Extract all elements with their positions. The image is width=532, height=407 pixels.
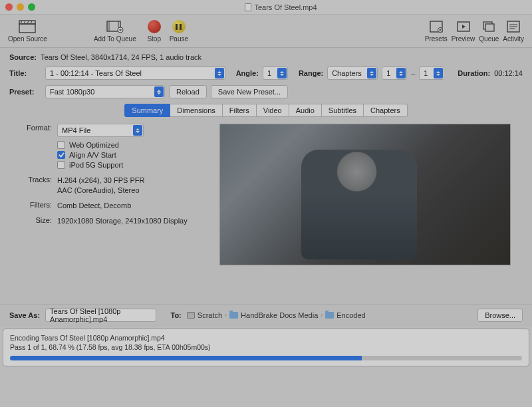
title-select[interactable]: 1 - 00:12:14 - Tears Of Steel [45, 67, 225, 80]
range-dash: – [411, 69, 415, 77]
duration-value: 00:12:14 [494, 69, 523, 77]
source-value: Tears Of Steel, 3840x1714, 24 FPS, 1 aud… [41, 53, 201, 61]
drive-icon [187, 312, 195, 319]
save-as-input[interactable]: Tears Of Steel [1080p Anamorphic].mp4 [45, 309, 156, 322]
web-optimized-label: Web Optimized [69, 141, 119, 149]
progress-fill [10, 356, 362, 360]
tracks-value: H.264 (x264), 30 FPS PFR AAC (CoreAudio)… [57, 176, 207, 196]
save-as-row: Save As: Tears Of Steel [1080p Anamorphi… [0, 304, 532, 327]
window-title: Tears Of Steel.mp4 [35, 3, 527, 11]
ipod-label: iPod 5G Support [69, 161, 123, 169]
preview-image [301, 150, 417, 259]
status-panel: Encoding Tears Of Steel [1080p Anamorphi… [3, 329, 529, 366]
range-to-select[interactable]: 1 [419, 67, 444, 80]
align-av-label: Align A/V Start [69, 151, 116, 159]
tab-subtitles[interactable]: Subtitles [322, 104, 364, 117]
format-select[interactable]: MP4 File [57, 124, 144, 137]
stop-label: Stop [147, 35, 161, 43]
checkbox-icon [57, 141, 65, 149]
tab-dimensions[interactable]: Dimensions [170, 104, 222, 117]
folder-icon [229, 312, 238, 319]
range-type-value: Chapters [332, 69, 362, 77]
angle-select[interactable]: 1 [263, 67, 288, 80]
tracks-label: Tracks: [21, 176, 52, 196]
clapperboard-icon [19, 19, 36, 34]
add-to-queue-label: Add To Queue [94, 35, 136, 43]
range-to-value: 1 [424, 69, 428, 77]
video-preview[interactable] [219, 124, 511, 265]
window-titlebar: Tears Of Steel.mp4 [0, 0, 532, 15]
presets-button[interactable]: Presets [425, 19, 448, 43]
checkbox-icon [57, 161, 65, 169]
chevron-right-icon: › [321, 312, 323, 319]
preview-label: Preview [452, 35, 475, 43]
status-line-1: Encoding Tears Of Steel [1080p Anamorphi… [10, 333, 522, 342]
size-value: 1920x1080 Storage, 2419x1080 Display [57, 216, 207, 226]
angle-value: 1 [267, 69, 271, 77]
breadcrumb-0: Scratch [198, 311, 222, 319]
tab-bar: Summary Dimensions Filters Video Audio S… [9, 104, 523, 117]
preset-row: Preset: Fast 1080p30 Reload Save New Pre… [9, 85, 523, 98]
tab-chapters[interactable]: Chapters [364, 104, 408, 117]
stop-icon [146, 19, 163, 34]
activity-button[interactable]: Activity [503, 19, 524, 43]
svg-line-5 [31, 21, 32, 24]
pause-label: Pause [170, 35, 188, 43]
preset-select[interactable]: Fast 1080p30 [45, 85, 165, 98]
chevron-right-icon: › [225, 312, 227, 319]
breadcrumb-1: HandBrake Docs Media [241, 311, 318, 319]
open-source-button[interactable]: Open Source [8, 19, 47, 43]
window-controls [5, 3, 35, 11]
align-av-checkbox[interactable]: Align A/V Start [57, 151, 207, 159]
reload-label: Reload [176, 88, 200, 96]
save-new-preset-button[interactable]: Save New Preset... [211, 85, 288, 98]
range-from-select[interactable]: 1 [382, 67, 407, 80]
tab-filters[interactable]: Filters [223, 104, 257, 117]
progress-bar [10, 356, 522, 360]
minimize-window-button[interactable] [17, 3, 24, 11]
close-window-button[interactable] [5, 3, 13, 11]
title-row: Title: 1 - 00:12:14 - Tears Of Steel Ang… [9, 67, 523, 80]
save-as-label: Save As: [9, 311, 40, 319]
filters-label: Filters: [21, 201, 52, 211]
stop-button[interactable]: Stop [146, 19, 163, 43]
preview-button[interactable]: Preview [452, 19, 475, 43]
tab-summary[interactable]: Summary [124, 104, 170, 117]
tab-video[interactable]: Video [257, 104, 289, 117]
add-to-queue-button[interactable]: Add To Queue [94, 19, 136, 43]
svg-line-4 [27, 21, 29, 24]
folder-icon [325, 312, 334, 319]
title-label: Title: [9, 69, 41, 77]
preset-label: Preset: [9, 88, 41, 96]
browse-button[interactable]: Browse... [477, 309, 523, 322]
reload-button[interactable]: Reload [169, 85, 207, 98]
open-source-label: Open Source [8, 35, 47, 43]
source-row: Source: Tears Of Steel, 3840x1714, 24 FP… [9, 53, 523, 61]
film-add-icon [106, 19, 124, 34]
svg-marker-17 [462, 25, 466, 29]
format-value: MP4 File [62, 126, 90, 136]
range-from-value: 1 [386, 69, 390, 77]
range-type-select[interactable]: Chapters [327, 67, 378, 80]
activity-icon [505, 19, 522, 34]
presets-label: Presets [425, 35, 448, 43]
preview-icon [455, 19, 472, 34]
checkbox-checked-icon [57, 151, 65, 159]
range-label: Range: [299, 69, 323, 77]
size-label: Size: [21, 216, 52, 226]
queue-icon [480, 19, 497, 34]
svg-rect-0 [19, 24, 35, 33]
window-title-text: Tears Of Steel.mp4 [254, 3, 317, 11]
queue-button[interactable]: Queue [479, 19, 499, 43]
filters-value: Comb Detect, Decomb [57, 201, 207, 211]
zoom-window-button[interactable] [28, 3, 35, 11]
ipod-checkbox[interactable]: iPod 5G Support [57, 161, 207, 169]
pause-button[interactable]: Pause [170, 19, 188, 43]
destination-breadcrumb[interactable]: Scratch › HandBrake Docs Media › Encoded [187, 311, 366, 319]
status-line-2: Pass 1 of 1, 68.74 % (17.58 fps, avg 18.… [10, 342, 522, 352]
to-label: To: [171, 311, 182, 319]
angle-label: Angle: [236, 69, 259, 77]
web-optimized-checkbox[interactable]: Web Optimized [57, 141, 207, 149]
tab-audio[interactable]: Audio [289, 104, 322, 117]
breadcrumb-2: Encoded [336, 311, 365, 319]
